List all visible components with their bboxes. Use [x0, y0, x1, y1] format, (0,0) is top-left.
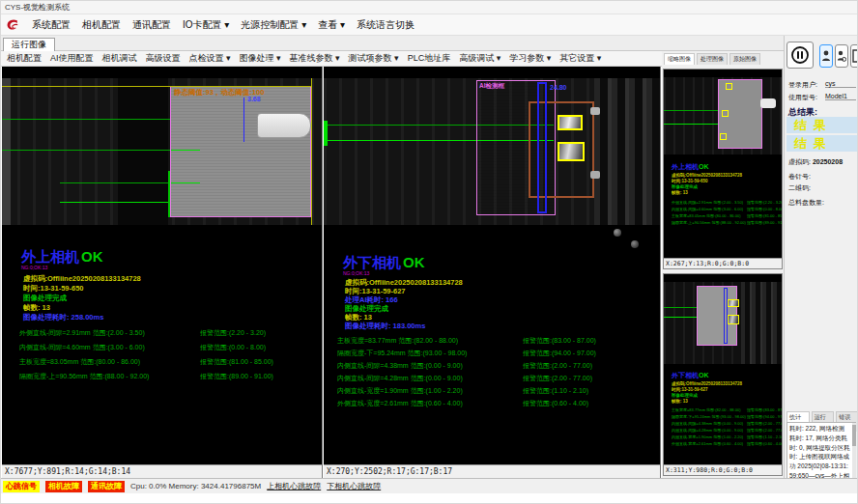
- measurement-text: 隔圈宽度-上=90.56mm 范围:(88.00 - 92.00): [19, 373, 149, 379]
- mini-measure-alarm: 报警范围:(94.00 - 97.00): [747, 414, 783, 419]
- mini-measure-alarm: 报警范围:(81.00 - 85.00): [747, 213, 783, 218]
- process-done-line: 图像处理完成: [23, 294, 67, 303]
- global-statusbar: 心跳信号 相机故障 通讯故障 Cpu: 0.0% Memory: 3424.41…: [1, 478, 858, 493]
- left-camera-view[interactable]: 静态阈值:93，动态阈值:100 3.68 外上相机OK NG:0;OK:13 …: [2, 67, 323, 478]
- mini-time: 时间:13-31-59-650: [672, 179, 708, 183]
- measurement-alarm: 报警范围:(89.00 - 91.00): [200, 372, 273, 381]
- measurement-alarm: 报警范围:(94.00 - 97.00): [523, 349, 596, 358]
- thumbnail-middle-camera[interactable]: 外下相机OK 虚拟码:Offliine20250208133134728 时间:…: [663, 273, 783, 476]
- blue-measure-label: 24.80: [550, 84, 567, 91]
- measurement-text: 内侧直线-间隙=4.28mm 范围:(0.00 - 9.00): [337, 375, 463, 381]
- left-view-statusbar: X:7677;Y:891;R:14;G:14;B:14: [2, 464, 322, 478]
- menu-item-io-config[interactable]: IO卡配置 ▾: [183, 18, 229, 32]
- toolbar-advanced-settings[interactable]: 高级设置: [146, 52, 181, 65]
- mini-measure-text: 外侧直线-间隙=2.91mm 范围:(2.00 - 3.50): [672, 200, 743, 205]
- thumb-tab-2[interactable]: 原始图像: [729, 53, 760, 65]
- roi-green-line: [171, 150, 200, 151]
- edge-green-mark: [324, 121, 328, 146]
- mini-measure-row: 主板宽度=83.05mm 范围:(80.00 - 86.00)报警范围:(81.…: [672, 213, 740, 218]
- toolbar-advanced-debug[interactable]: 高级调试 ▾: [459, 52, 500, 65]
- menu-item-language[interactable]: 系统语言切换: [357, 18, 415, 32]
- login-user-label: 登录用户:: [788, 80, 817, 90]
- toolbar-baseline-params[interactable]: 基准线参数 ▾: [290, 52, 340, 65]
- measurement-row: 隔圈宽度-上=90.56mm 范围:(88.00 - 92.00)报警范围:(8…: [19, 372, 149, 381]
- status-ok-text: OK: [81, 248, 103, 265]
- mini-yellow-box: [728, 299, 739, 307]
- log-scrollbar-thumb[interactable]: [852, 425, 856, 446]
- toolbar-camera-debug[interactable]: 相机调试: [102, 52, 137, 65]
- virtual-code-value: 20250208: [813, 158, 843, 165]
- tray-count-label: 总料盘数量:: [788, 198, 824, 208]
- middle-camera-view[interactable]: AI检测框 24.80 外下相机OK NG:0;OK:13 虚拟码:Offlii…: [324, 67, 661, 478]
- mini-measure-text: 内侧直线-宽度=1.90mm 范围:(1.00 - 2.20): [672, 434, 743, 439]
- screw-detail: [631, 240, 639, 248]
- pin-number-label: 卷针号:: [788, 172, 811, 182]
- menu-item-view[interactable]: 查看 ▾: [318, 18, 345, 32]
- middle-view-statusbar: X:270;Y:2502;R:17;G:17;B:17: [324, 464, 660, 478]
- thumb-tab-1[interactable]: 处理图像: [697, 53, 728, 65]
- mini-measure-row: 主板宽度=83.77mm 范围:(82.00 - 88.00)报警范围:(83.…: [672, 407, 740, 412]
- user-icon: [821, 49, 831, 63]
- measurement-text: 隔圈宽度-下=95.24mm 范围:(93.00 - 98.00): [337, 350, 467, 356]
- screw-detail: [614, 229, 621, 237]
- measurement-alarm: 报警范围:(2.00 - 77.00): [523, 374, 592, 383]
- elapsed-line: 图像处理耗时: 183.00ms: [345, 322, 425, 331]
- toolbar-ai-config[interactable]: AI使用配置: [50, 52, 94, 65]
- mini-connector: [760, 98, 776, 108]
- menu-item-light-config[interactable]: 光源控制配置 ▾: [241, 18, 306, 32]
- pause-icon: [790, 45, 810, 65]
- mini-measure-alarm: 报警范围:(89.00 - 91.00): [747, 220, 783, 225]
- mini-measure-text: 内侧直线-间隙=4.38mm 范围:(0.00 - 9.00): [672, 421, 743, 426]
- toolbar-spot-check[interactable]: 点检设置 ▾: [189, 52, 231, 65]
- metal-clip: [590, 171, 600, 179]
- measurement-text: 内侧直线-间隙=4.38mm 范围:(0.00 - 9.00): [337, 362, 463, 369]
- thumbnail-left-camera[interactable]: 外上相机OK 虚拟码:Offliine20250208133134728 时间:…: [663, 69, 783, 269]
- mini-measure-text: 隔圈宽度-下=95.24mm 范围:(93.00 - 98.00): [672, 414, 746, 419]
- frame-count-line: 帧数: 13: [23, 303, 50, 313]
- measurement-text: 外侧直线-间隙=2.91mm 范围:(2.00 - 3.50): [19, 329, 145, 336]
- toolbar-test-params[interactable]: 测试项参数 ▾: [349, 52, 399, 65]
- mini-camera-title: 外下相机OK: [672, 371, 709, 380]
- mini-measure-row: 内侧直线-间隙=4.38mm 范围:(0.00 - 9.00)报警范围:(2.0…: [672, 421, 743, 426]
- menu-item-comm-config[interactable]: 通讯配置: [132, 18, 171, 32]
- toolbar-plc-address[interactable]: PLC地址库: [408, 52, 451, 65]
- blue-measure-label: 3.68: [247, 96, 261, 102]
- mini-measure-alarm: 报警范围:(2.00 - 77.00): [747, 421, 783, 426]
- weld-box-yellow: [558, 142, 585, 161]
- mini-measure-text: 主板宽度=83.05mm 范围:(80.00 - 86.00): [672, 213, 740, 218]
- toolbar-learn-params[interactable]: 学习参数 ▾: [509, 52, 551, 65]
- toolbar-camera-config[interactable]: 相机配置: [7, 52, 42, 65]
- mini-time: 时间:13-31-59-627: [672, 387, 708, 392]
- measurement-text: 内侧直线-宽度=1.90mm 范围:(1.00 - 2.20): [337, 387, 463, 394]
- toolbar-other-settings[interactable]: 其它设置 ▾: [559, 52, 601, 65]
- measurement-row: 主板宽度=83.05mm 范围:(80.00 - 86.00)报警范围:(81.…: [19, 357, 140, 367]
- lower-camera-heartbeat-link[interactable]: 下相机心跳故障: [327, 481, 381, 491]
- camera-sub-status: NG:0;OK:13: [21, 265, 47, 270]
- measurement-row: 主板宽度=83.77mm 范围:(82.00 - 88.00)报警范围:(83.…: [337, 336, 458, 346]
- measure-box-blue: [537, 82, 547, 213]
- user-settings-button[interactable]: [835, 44, 848, 68]
- model-label: 使用型号:: [788, 93, 817, 102]
- status-ok-text: OK: [403, 254, 425, 270]
- mini-yellow-box: [722, 110, 729, 117]
- menu-item-system-config[interactable]: 系统配置: [32, 18, 71, 32]
- measurement-alarm: 报警范围:(81.00 - 85.00): [200, 357, 273, 367]
- thumb-tab-0[interactable]: 缩略图像: [664, 53, 695, 65]
- tab-run-image[interactable]: 运行图像: [3, 38, 55, 51]
- pause-button[interactable]: [786, 42, 814, 69]
- mini-machine-texture: [741, 282, 783, 364]
- machine-rail: [2, 78, 11, 225]
- toolbar-image-process[interactable]: 图像处理 ▾: [240, 52, 281, 65]
- left-camera-image[interactable]: 静态阈值:93，动态阈值:100 3.68: [2, 78, 322, 225]
- middle-camera-image[interactable]: AI检测框 24.80: [324, 78, 660, 225]
- baseline-green-line: [60, 202, 171, 203]
- user-button[interactable]: [819, 44, 833, 68]
- user-gear-icon: [837, 49, 846, 63]
- window-title: CYS-视觉检测系统: [5, 3, 70, 12]
- measurement-row: 内侧直线-间隙=4.28mm 范围:(0.00 - 9.00)报警范围:(2.0…: [337, 374, 463, 383]
- exit-button[interactable]: [850, 44, 858, 68]
- tab-strip: 运行图像: [1, 36, 858, 51]
- measurement-row: 外侧直线-宽度=2.61mm 范围:(0.60 - 4.00)报警范围:(0.6…: [337, 399, 463, 408]
- upper-camera-heartbeat-link[interactable]: 上相机心跳故障: [267, 481, 321, 491]
- menu-item-camera-config[interactable]: 相机配置: [82, 18, 121, 32]
